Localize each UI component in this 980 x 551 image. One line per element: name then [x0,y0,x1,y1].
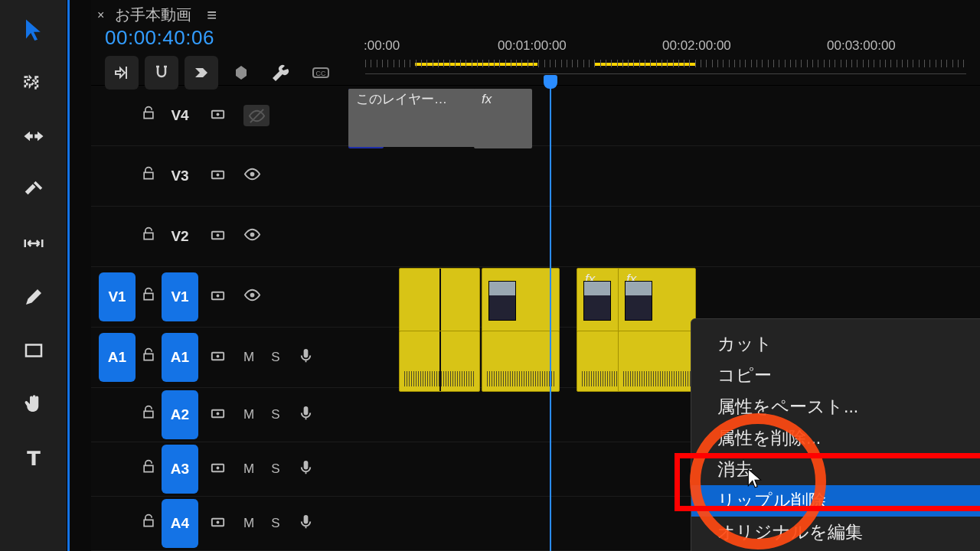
svg-point-22 [217,467,220,470]
sync-lock-icon[interactable] [209,404,227,425]
work-area-bar[interactable] [595,63,696,66]
mute-button[interactable]: M [243,516,254,531]
lock-icon[interactable] [136,513,162,534]
svg-point-11 [250,233,255,237]
selection-tool-icon[interactable] [18,14,49,44]
menu-item-edit-original[interactable]: オリジナルを編集 [691,517,980,548]
sync-lock-icon[interactable] [209,513,227,534]
snap-toggle-icon[interactable] [145,56,178,90]
sync-lock-icon[interactable] [209,105,227,126]
track-target-a4[interactable]: A4 [162,499,198,548]
cursor-icon [746,468,763,491]
menu-item-paste-attributes[interactable]: 属性をペースト... [691,391,980,422]
ruler-mark: 00:03:00:00 [827,38,896,54]
toggle-track-output-icon[interactable] [243,165,261,187]
track-target-v1[interactable]: V1 [162,272,198,321]
menu-item-copy[interactable]: コピー [691,360,980,391]
mute-button[interactable]: M [243,407,254,422]
menu-item-cut[interactable]: カット [691,328,980,360]
panel-menu-icon[interactable]: ≡ [207,5,217,25]
sync-lock-icon[interactable] [209,226,227,247]
voice-over-icon[interactable] [297,458,315,480]
hand-tool-icon[interactable] [18,389,49,419]
svg-rect-20 [303,406,308,416]
menu-item-ripple-delete[interactable]: リップル削除 [691,485,980,517]
ripple-edit-tool-icon[interactable] [18,121,49,152]
svg-rect-17 [303,349,308,358]
lock-icon[interactable] [136,404,162,425]
clip-segment[interactable] [482,268,560,332]
marker-icon[interactable] [224,56,258,90]
clip-segment[interactable]: このレイヤー… [348,89,486,147]
linked-selection-icon[interactable] [185,56,218,90]
svg-point-8 [250,172,255,177]
rectangle-tool-icon[interactable] [18,335,49,366]
lock-icon[interactable] [136,105,162,126]
ruler-mark: :00:00 [364,38,400,54]
svg-rect-0 [26,345,41,357]
menu-item-clear[interactable]: 消去 [691,454,980,485]
voice-over-icon[interactable] [297,513,315,534]
lock-icon[interactable] [136,347,162,368]
toggle-track-output-icon[interactable] [243,226,261,247]
lock-icon[interactable] [136,165,162,187]
toggle-track-output-icon[interactable] [243,105,270,126]
svg-point-10 [217,234,220,237]
track-target-v4[interactable]: V4 [162,91,198,140]
solo-button[interactable]: S [271,407,279,422]
menu-item-edit-in-audition[interactable]: Adobe Audition でクリップを編集 [691,548,980,551]
work-area-bar[interactable] [415,63,537,66]
lock-icon[interactable] [136,286,162,308]
voice-over-icon[interactable] [297,347,315,368]
clip-segment[interactable] [618,331,696,392]
svg-point-13 [217,295,220,298]
time-ruler[interactable]: :00:00 00:01:00:00 00:02:00:00 00:03:00:… [365,41,966,74]
current-timecode[interactable]: 00:00:40:06 [105,26,338,50]
mute-button[interactable]: M [243,461,254,477]
pen-tool-icon[interactable] [18,282,49,312]
lock-icon[interactable] [136,458,162,480]
mute-button[interactable]: M [243,350,254,365]
track-target-a2[interactable]: A2 [162,390,198,439]
clip-segment[interactable] [399,331,480,392]
svg-text:CC: CC [316,70,326,77]
tool-palette [0,0,67,551]
slip-tool-icon[interactable] [18,228,49,259]
sequence-left-border [67,0,91,551]
timeline-header: 00:00:40:06 CC :00:00 00:01:00:00 00:02:… [91,30,980,86]
tab-close-button[interactable]: × [97,8,104,22]
menu-item-remove-attributes[interactable]: 属性を削除... [691,422,980,454]
captions-icon[interactable]: CC [304,56,338,90]
svg-point-7 [217,174,220,177]
solo-button[interactable]: S [271,461,279,477]
nest-toggle-icon[interactable] [105,56,139,90]
svg-point-16 [217,355,220,358]
track-target-v3[interactable]: V3 [162,152,198,201]
sync-lock-icon[interactable] [209,286,227,308]
track-select-forward-tool-icon[interactable] [18,67,49,98]
playhead[interactable] [550,87,551,551]
solo-button[interactable]: S [271,516,279,531]
toggle-track-output-icon[interactable] [243,286,261,308]
lock-icon[interactable] [136,226,162,247]
clip-segment[interactable] [482,331,560,392]
sync-lock-icon[interactable] [209,458,227,480]
track-target-a3[interactable]: A3 [162,445,198,494]
track-target-v2[interactable]: V2 [162,212,198,261]
type-tool-icon[interactable] [18,442,49,473]
svg-rect-26 [303,515,308,524]
sync-lock-icon[interactable] [209,347,227,368]
sequence-tab-title[interactable]: お手本動画 [115,5,191,25]
voice-over-icon[interactable] [297,404,315,425]
solo-button[interactable]: S [271,350,279,365]
source-patch-a1[interactable]: A1 [99,333,136,382]
clip-segment[interactable]: fx [618,268,696,332]
clip-segment[interactable] [399,268,480,332]
track-target-a1[interactable]: A1 [162,333,198,382]
settings-icon[interactable] [264,56,298,90]
rate-stretch-tool-icon[interactable] [18,174,49,205]
sync-lock-icon[interactable] [209,165,227,187]
source-patch-v1[interactable]: V1 [99,272,136,321]
clip-segment[interactable]: fx [474,89,532,148]
svg-rect-23 [303,461,308,470]
